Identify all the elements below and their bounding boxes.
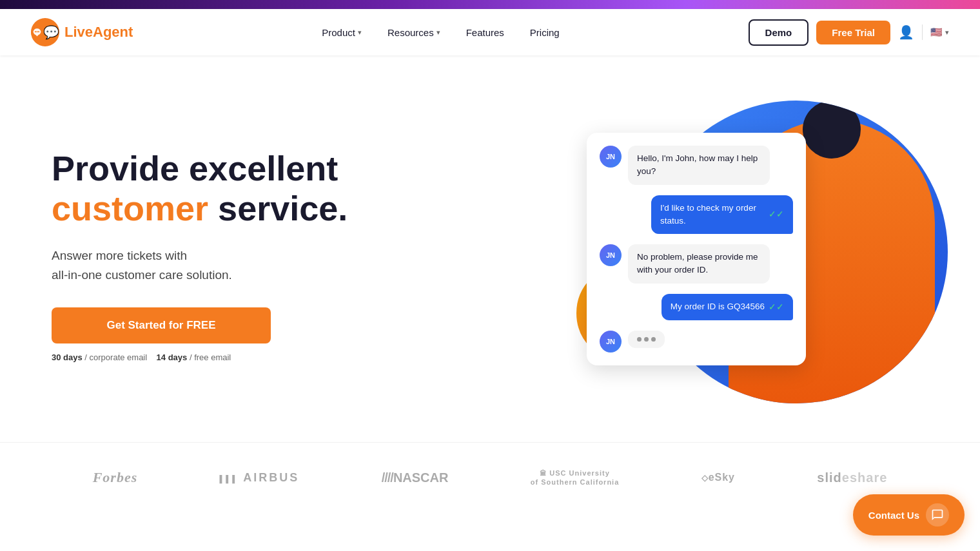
- chat-message-2: I'd like to check my order status. ✓✓: [600, 195, 793, 235]
- brand-name: LiveAgent: [64, 24, 133, 41]
- chat-message-4: My order ID is GQ34566 ✓✓: [600, 294, 793, 320]
- chat-bubble-1: Hello, I'm John, how may I help you?: [628, 146, 770, 185]
- chat-interface: JN Hello, I'm John, how may I help you? …: [587, 133, 806, 365]
- agent-avatar-3: JN: [600, 331, 622, 353]
- top-banner: [0, 0, 980, 9]
- chat-bubble-3: No problem, please provide me with your …: [628, 244, 770, 284]
- hero-section: Provide excellent customer service. Answ…: [0, 55, 980, 442]
- user-icon[interactable]: 👤: [898, 24, 914, 40]
- svg-point-3: [36, 31, 37, 32]
- typing-dots: [628, 331, 665, 348]
- svg-point-2: [35, 31, 36, 32]
- agent-avatar-2: JN: [600, 244, 622, 266]
- hero-note: 30 days / corporate email 14 days / free…: [52, 353, 348, 362]
- double-check-icon: ✓✓: [769, 300, 784, 314]
- contact-us-icon: [926, 503, 949, 513]
- nav-pricing[interactable]: Pricing: [520, 22, 570, 43]
- logo-slideshare: slideshare: [817, 470, 887, 485]
- typing-indicator: JN: [600, 331, 793, 353]
- navbar: LiveAgent Product ▾ Resources ▾ Features…: [0, 9, 980, 55]
- language-chevron-icon: ▾: [945, 28, 949, 37]
- logo-forbes: Forbes: [93, 469, 138, 486]
- nav-features[interactable]: Features: [456, 22, 514, 43]
- nav-actions: Demo Free Trial 👤 🇺🇸 ▾: [749, 19, 949, 46]
- free-trial-button[interactable]: Free Trial: [816, 21, 890, 44]
- get-started-button[interactable]: Get Started for FREE: [52, 307, 271, 343]
- chat-bubble-4: My order ID is GQ34566 ✓✓: [662, 294, 793, 320]
- svg-point-4: [38, 31, 39, 32]
- logo-esky: ◇eSky: [701, 472, 735, 483]
- hero-illustration: JN Hello, I'm John, how may I help you? …: [567, 94, 928, 416]
- language-selector[interactable]: 🇺🇸 ▾: [930, 26, 949, 38]
- contact-us-label: Contact Us: [868, 510, 919, 513]
- nav-links: Product ▾ Resources ▾ Features Pricing: [311, 22, 569, 43]
- logo-nascar: ////NASCAR: [382, 470, 449, 485]
- logo[interactable]: LiveAgent: [31, 18, 133, 46]
- hero-subtitle: Answer more tickets with all-in-one cust…: [52, 246, 348, 284]
- check-icon: ✓✓: [769, 208, 784, 221]
- nav-divider: [922, 24, 923, 40]
- chat-message-1: JN Hello, I'm John, how may I help you?: [600, 146, 793, 185]
- flag-icon: 🇺🇸: [930, 26, 943, 38]
- resources-chevron-icon: ▾: [436, 28, 440, 37]
- logo-icon: [31, 18, 59, 46]
- dot-2: [644, 337, 649, 342]
- chat-bubble-2: I'd like to check my order status. ✓✓: [651, 195, 793, 235]
- woman-head: [803, 101, 861, 159]
- hero-content: Provide excellent customer service. Answ…: [52, 148, 348, 362]
- logo-usc: 🏛 USC Universityof Southern California: [531, 469, 620, 487]
- agent-avatar-1: JN: [600, 146, 622, 168]
- chat-message-3: JN No problem, please provide me with yo…: [600, 244, 793, 284]
- nav-product[interactable]: Product ▾: [311, 22, 372, 43]
- product-chevron-icon: ▾: [358, 28, 362, 37]
- logos-section: Forbes ▌▌▌ AIRBUS ////NASCAR 🏛 USC Unive…: [0, 442, 980, 513]
- nav-resources[interactable]: Resources ▾: [377, 22, 451, 43]
- dot-1: [637, 337, 642, 342]
- demo-button[interactable]: Demo: [749, 19, 809, 46]
- contact-us-button[interactable]: Contact Us: [853, 494, 965, 513]
- dot-3: [651, 337, 656, 342]
- hero-title: Provide excellent customer service.: [52, 148, 348, 228]
- logo-airbus: ▌▌▌ AIRBUS: [220, 471, 300, 485]
